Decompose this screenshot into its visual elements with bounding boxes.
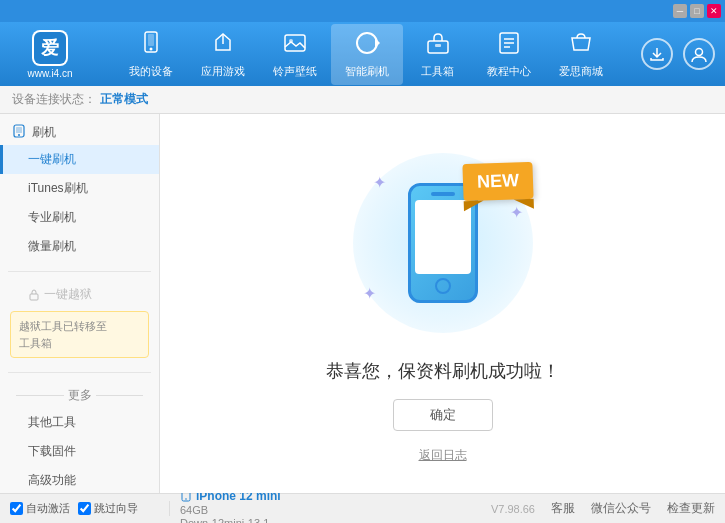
svg-rect-3 (148, 34, 154, 46)
version-text: V7.98.66 (491, 503, 535, 515)
sidebar-item-itunes-flash[interactable]: iTunes刷机 (0, 174, 159, 203)
sidebar-item-advanced[interactable]: 高级功能 (0, 466, 159, 493)
auto-launch-label: 自动激活 (26, 501, 70, 516)
sparkle-1: ✦ (373, 173, 386, 192)
advanced-label: 高级功能 (28, 473, 76, 487)
success-panel: ✦ ✦ ✦ NEW 恭喜您，保资料刷机成功啦！ 确定 返回日志 (326, 143, 560, 464)
skip-wizard-input[interactable] (78, 502, 91, 515)
window-controls: ─ □ ✕ (673, 4, 721, 18)
skip-wizard-checkbox[interactable]: 跳过向导 (78, 501, 138, 516)
nav-label-tutorial: 教程中心 (487, 64, 531, 79)
sidebar-item-pro-flash[interactable]: 专业刷机 (0, 203, 159, 232)
check-update-link[interactable]: 检查更新 (667, 500, 715, 517)
nav-item-my-device[interactable]: 我的设备 (115, 24, 187, 85)
nav-label-store: 爱思商城 (559, 64, 603, 79)
flash-section-label: 刷机 (32, 124, 56, 141)
smart-flash-icon (354, 30, 380, 62)
confirm-button[interactable]: 确定 (393, 399, 493, 431)
svg-rect-6 (285, 35, 305, 51)
svg-point-18 (18, 134, 20, 136)
nav-item-toolbox[interactable]: 工具箱 (403, 24, 473, 85)
sidebar-notice-jailbreak: 越狱工具已转移至工具箱 (10, 311, 149, 358)
nav-item-apps-games[interactable]: 应用游戏 (187, 24, 259, 85)
sidebar-notice-text: 越狱工具已转移至工具箱 (19, 320, 107, 349)
nav-item-store[interactable]: 爱思商城 (545, 24, 617, 85)
nav-label-wallpaper: 铃声壁纸 (273, 64, 317, 79)
svg-rect-10 (435, 44, 441, 47)
nav-label-my-device: 我的设备 (129, 64, 173, 79)
new-badge: NEW (462, 162, 533, 201)
content-area: ✦ ✦ ✦ NEW 恭喜您，保资料刷机成功啦！ 确定 返回日志 (160, 114, 725, 493)
device-storage: 64GB (180, 504, 281, 516)
nav-label-apps-games: 应用游戏 (201, 64, 245, 79)
pro-flash-label: 专业刷机 (28, 210, 76, 224)
download-button[interactable] (641, 38, 673, 70)
minimize-button[interactable]: ─ (673, 4, 687, 18)
phone-home-button (435, 278, 451, 294)
svg-point-21 (185, 498, 187, 500)
sidebar-disabled-jailbreak: 一键越狱 (0, 282, 159, 307)
more-title-line-left (16, 395, 64, 396)
sidebar-section-title-flash: 刷机 (0, 120, 159, 145)
svg-point-15 (696, 49, 703, 56)
phone-screen (415, 200, 471, 274)
more-title-label: 更多 (68, 387, 92, 404)
customer-service-link[interactable]: 客服 (551, 500, 575, 517)
wallpaper-icon (282, 30, 308, 62)
svg-marker-8 (375, 38, 380, 48)
new-badge-text: NEW (476, 170, 519, 191)
flash-section-icon (12, 124, 26, 141)
sidebar-divider-2 (8, 372, 151, 373)
device-info: iPhone 12 mini 64GB Down-12mini-13,1 (170, 489, 291, 524)
sidebar-section-flash: 刷机 一键刷机 iTunes刷机 专业刷机 微量刷机 (0, 114, 159, 267)
phone-speaker (431, 192, 455, 196)
nav-label-smart-flash: 智能刷机 (345, 64, 389, 79)
svg-point-4 (149, 47, 152, 50)
download-firmware-label: 下载固件 (28, 444, 76, 458)
sidebar-item-one-key-flash[interactable]: 一键刷机 (0, 145, 159, 174)
toolbox-icon (425, 30, 451, 62)
confirm-label: 确定 (430, 406, 456, 424)
device-firmware: Down-12mini-13,1 (180, 517, 281, 524)
status-label: 设备连接状态： (12, 91, 96, 108)
nav-label-toolbox: 工具箱 (421, 64, 454, 79)
phone-illustration: ✦ ✦ ✦ NEW (343, 143, 543, 343)
nav-right (641, 38, 715, 70)
logo-area: 爱 www.i4.cn (10, 30, 90, 79)
nav-item-tutorial[interactable]: 教程中心 (473, 24, 545, 85)
my-device-icon (138, 30, 164, 62)
tutorial-icon (496, 30, 522, 62)
more-title-line-right (96, 395, 144, 396)
back-link-label: 返回日志 (419, 448, 467, 462)
auto-launch-checkbox[interactable]: 自动激活 (10, 501, 70, 516)
sparkle-3: ✦ (363, 284, 376, 303)
dual-flash-label: 微量刷机 (28, 239, 76, 253)
back-link[interactable]: 返回日志 (419, 447, 467, 464)
one-key-flash-label: 一键刷机 (28, 152, 76, 166)
nav-items: 我的设备 应用游戏 铃声壁纸 (100, 24, 631, 85)
wechat-link[interactable]: 微信公众号 (591, 500, 651, 517)
auto-launch-input[interactable] (10, 502, 23, 515)
sidebar-item-other-tools[interactable]: 其他工具 (0, 408, 159, 437)
title-bar: ─ □ ✕ (0, 0, 725, 22)
apps-games-icon (210, 30, 236, 62)
status-bar: 设备连接状态： 正常模式 (0, 86, 725, 114)
bottom-bar: 自动激活 跳过向导 iPhone 12 mini 64GB Down-12min… (0, 493, 725, 523)
account-button[interactable] (683, 38, 715, 70)
other-tools-label: 其他工具 (28, 415, 76, 429)
jailbreak-disabled-label: 一键越狱 (44, 286, 92, 303)
svg-rect-19 (30, 294, 38, 300)
logo-icon: 爱 (32, 30, 68, 66)
svg-text:爱: 爱 (41, 38, 59, 58)
nav-item-smart-flash[interactable]: 智能刷机 (331, 24, 403, 85)
sidebar-item-download-firmware[interactable]: 下载固件 (0, 437, 159, 466)
close-button[interactable]: ✕ (707, 4, 721, 18)
top-nav: 爱 www.i4.cn 我的设备 应用游戏 (0, 22, 725, 86)
nav-item-wallpaper[interactable]: 铃声壁纸 (259, 24, 331, 85)
maximize-button[interactable]: □ (690, 4, 704, 18)
logo-text: www.i4.cn (27, 68, 72, 79)
skip-wizard-label: 跳过向导 (94, 501, 138, 516)
sidebar-item-dual-flash[interactable]: 微量刷机 (0, 232, 159, 261)
sidebar: 刷机 一键刷机 iTunes刷机 专业刷机 微量刷机 一键越狱 (0, 114, 160, 493)
sidebar-section-more: 更多 其他工具 下载固件 高级功能 (0, 377, 159, 493)
